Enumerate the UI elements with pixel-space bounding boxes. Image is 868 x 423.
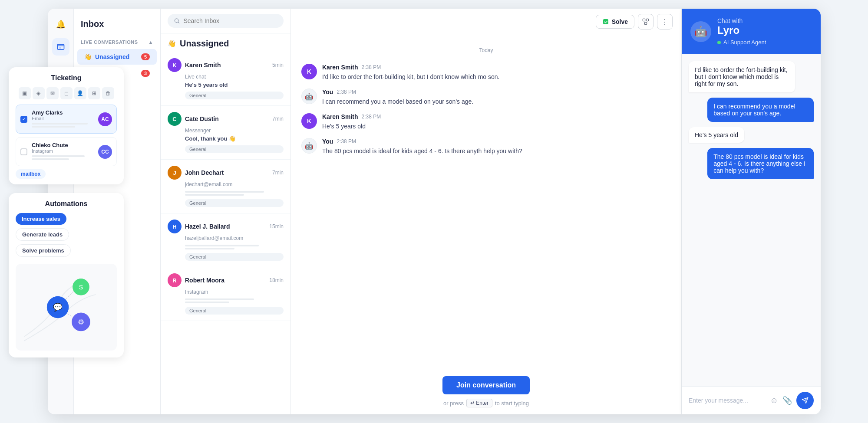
status-dot [717,41,721,44]
lyro-msg-3: He's 5 years old [689,127,744,143]
solve-button[interactable]: Solve [596,15,634,29]
conv-name-karen: Karen Smith [185,62,221,69]
toolbar-icon-2[interactable]: ◈ [33,87,45,99]
conv-item-cate[interactable]: C Cate Dustin 7min Messenger Cool, thank… [161,106,290,160]
tag-solve-problems[interactable]: Solve problems [16,244,71,257]
search-input-wrap[interactable] [168,14,284,28]
ticket-info-chieko: Chieko Chute Instagram [32,142,94,161]
msg-sender-4: You [322,138,333,145]
attachment-button[interactable]: 📎 [782,396,792,405]
sidebar-bell-icon[interactable]: 🔔 [52,16,69,33]
svg-rect-2 [603,19,608,24]
msg-text-1: I'd like to order the fort-building kit,… [322,72,671,82]
svg-rect-5 [644,22,647,24]
msg-content-1: Karen Smith 2:38 PM I'd like to order th… [322,64,671,82]
tag-increase-sales[interactable]: Increase sales [16,213,66,225]
main-wrapper: 🔔 Inbox LIVE CONVERSATIONS ▲ 👋 Unassigne… [48,9,821,414]
toolbar-icon-7[interactable]: 🗑 [102,87,114,99]
auto-tags: Increase sales Generate leads Solve prob… [16,213,117,257]
conv-item-john[interactable]: J John Dechart 7min jdechart@email.com G… [161,160,290,213]
merge-button[interactable] [638,14,653,30]
ellipsis-icon: ⋮ [661,18,668,26]
ticket-lines-chieko [32,155,94,160]
mailbox-tag[interactable]: mailbox [16,169,46,179]
msg-row-3: K Karen Smith 2:38 PM He's 5 years old [301,113,671,131]
conv-list: K Karen Smith 5min Live chat He's 5 year… [161,52,290,414]
automations-section: Automations Increase sales Generate lead… [9,193,124,357]
conversation-list-panel: 👋 Unassigned K Karen Smith 5min Live cha… [161,9,291,414]
ticket-name-chieko: Chieko Chute [32,142,94,148]
toolbar-icon-5[interactable]: 👤 [74,87,86,99]
conv-preview-cate: Cool, thank you 👋 [168,135,284,142]
sidebar-inbox-icon[interactable] [52,38,69,56]
ticket-info-amy: Amy Clarks Email [32,109,94,129]
conv-source-robert: Instagram [168,289,284,295]
solve-check-icon [602,18,609,25]
avatar-hazel: H [168,220,182,233]
ticket-avatar-amy: AC [98,112,112,126]
msg-avatar-karen-2: K [301,113,317,129]
svg-rect-3 [643,19,645,21]
emoji-button[interactable]: ☺ [770,396,778,405]
lyro-message-input[interactable] [689,397,766,404]
conv-item-hazel[interactable]: H Hazel J. Ballard 15min hazeljballard@e… [161,213,290,267]
conv-source-karen: Live chat [168,74,284,80]
automations-title: Automations [16,200,117,208]
lyro-bot-icon: 🤖 [690,21,711,42]
ticket-avatar-chieko: CC [98,145,112,159]
msg-time-1: 2:38 PM [361,64,381,70]
ticket-item-chieko[interactable]: Chieko Chute Instagram CC [16,137,117,166]
toolbar-icon-6[interactable]: ⊞ [88,87,100,99]
ticket-item-amy[interactable]: ✓ Amy Clarks Email AC [16,105,117,134]
ticket-checkbox-chieko[interactable] [20,148,27,155]
ticket-checkbox-amy[interactable]: ✓ [20,116,27,123]
flow-diagram: 💬 $ ⚙ [16,264,117,351]
lyro-status: AI Support Agent [717,39,766,46]
avatar-robert: R [168,273,182,287]
unassigned-emoji: 👋 [168,39,176,48]
search-input[interactable] [184,17,278,24]
toolbar-icon-1[interactable]: ▣ [19,87,31,99]
conv-item-karen[interactable]: K Karen Smith 5min Live chat He's 5 year… [161,52,290,106]
wave-icon: 👋 [84,53,92,60]
lyro-messages: I'd like to order the fort-building kit,… [682,54,821,386]
msg-text-4: The 80 pcs model is ideal for kids aged … [322,147,671,156]
ticketing-title: Ticketing [16,74,117,82]
svg-text:$: $ [79,283,83,291]
lyro-input-area: ☺ 📎 [682,386,821,414]
search-bar [161,9,290,33]
nav-item-unassigned[interactable]: 👋 Unassigned 5 [77,49,157,65]
svg-text:💬: 💬 [53,302,63,312]
msg-row-1: K Karen Smith 2:38 PM I'd like to order … [301,64,671,82]
msg-time-4: 2:38 PM [337,138,356,144]
conv-name-cate: Cate Dustin [185,115,219,122]
ticket-lines-amy [32,123,94,128]
avatar-cate: C [168,112,182,126]
tag-generate-leads[interactable]: Generate leads [16,228,69,241]
msg-content-3: Karen Smith 2:38 PM He's 5 years old [322,113,671,131]
lyro-panel: 🤖 Chat with Lyro AI Support Agent I'd li… [682,9,821,414]
conv-item-robert[interactable]: R Robert Moora 18min Instagram General [161,267,290,321]
msg-avatar-karen-1: K [301,64,317,79]
conv-source-cate: Messenger [168,128,284,134]
lyro-chat-with-label: Chat with [717,17,766,24]
toolbar-icon-3[interactable]: ✉ [46,87,59,99]
merge-icon [642,18,649,25]
send-button[interactable] [796,392,814,409]
msg-row-2: 🤖 You 2:38 PM I can recommend you a mode… [301,89,671,106]
conv-source-john: jdechart@email.com [168,181,284,187]
search-icon [174,17,180,24]
msg-avatar-bot-1: 🤖 [301,89,317,104]
msg-text-2: I can recommend you a model based on you… [322,97,671,106]
lyro-title-wrap: Chat with Lyro AI Support Agent [717,17,766,46]
toolbar-icon-4[interactable]: ◻ [60,87,73,99]
ticket-name-amy: Amy Clarks [32,109,94,116]
more-options-button[interactable]: ⋮ [657,14,673,30]
msg-row-4: 🤖 You 2:38 PM The 80 pcs model is ideal … [301,138,671,156]
join-conversation-button[interactable]: Join conversation [442,376,530,394]
chat-messages: Today K Karen Smith 2:38 PM I'd like to … [291,35,681,369]
msg-text-3: He's 5 years old [322,122,671,131]
date-divider: Today [301,47,671,53]
conv-tag-robert: General [185,307,284,315]
conv-name-robert: Robert Moora [185,277,224,284]
